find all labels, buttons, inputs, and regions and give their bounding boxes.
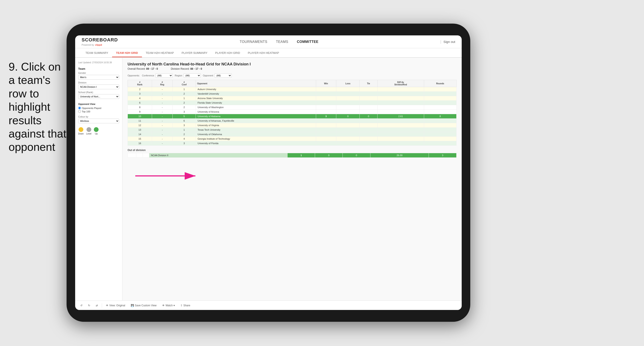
- tab-player-summary[interactable]: PLAYER SUMMARY: [178, 49, 211, 57]
- tab-team-h2h-heatmap[interactable]: TEAM H2H HEATMAP: [142, 49, 178, 57]
- cell-win: [316, 87, 336, 92]
- share-btn[interactable]: ⇧ Share: [179, 303, 192, 308]
- cell-diff: [377, 110, 424, 114]
- nav-teams[interactable]: TEAMS: [276, 40, 288, 44]
- table-row[interactable]: 6 - 2 Florida State University: [128, 101, 456, 105]
- cell-rounds: [424, 101, 456, 105]
- cell-tie: [360, 110, 377, 114]
- cell-diff: [377, 105, 424, 110]
- history-btn[interactable]: ⇄: [94, 303, 100, 308]
- table-row[interactable]: 2 - 1 Auburn University: [128, 87, 456, 92]
- cell-win: [316, 123, 336, 128]
- watch-btn[interactable]: 👁 Watch ▾: [160, 303, 176, 308]
- tab-player-h2h-grid[interactable]: PLAYER H2H GRID: [211, 49, 244, 57]
- cell-rank: 8: [128, 105, 152, 110]
- redo-btn[interactable]: ↻: [86, 303, 92, 308]
- cell-tie: [360, 128, 377, 132]
- opponent-filter: Opponent (All): [203, 73, 232, 78]
- ood-rank: [128, 153, 136, 158]
- table-row[interactable]: 3 - 2 Vanderbilt University: [128, 92, 456, 96]
- radio-top100[interactable]: Top 100: [78, 110, 119, 113]
- cell-opponent: University of Arkansas, Fayetteville: [196, 119, 316, 123]
- table-row[interactable]: 4 - 1 Arizona State University: [128, 96, 456, 101]
- cell-conf: 3: [173, 123, 196, 128]
- clippd-label: clippd: [95, 43, 102, 46]
- cell-win: [316, 132, 336, 137]
- view-icon: 👁: [106, 304, 108, 307]
- table-row[interactable]: 10 - 5 University of Alabama 3 0 0 2.61 …: [128, 114, 456, 119]
- cell-win: [316, 119, 336, 123]
- conference-select[interactable]: (All): [156, 73, 173, 78]
- cell-reg: -: [152, 123, 172, 128]
- view-original-btn[interactable]: 👁 View: Original: [104, 303, 127, 308]
- cell-conf: 2: [173, 92, 196, 96]
- cell-conf: 1: [173, 87, 196, 92]
- cell-loss: [336, 128, 360, 132]
- cell-rounds: 8: [424, 114, 456, 119]
- save-custom-view-btn[interactable]: 💾 Save Custom View: [129, 303, 158, 308]
- table-row[interactable]: 9 - 3 University of Arizona: [128, 110, 456, 114]
- ood-loss: 0: [315, 153, 343, 158]
- table-row[interactable]: 12 - 3 University of Virginia: [128, 123, 456, 128]
- instruction-body: Click on a team's row to highlight resul…: [8, 60, 66, 153]
- cell-loss: [336, 92, 360, 96]
- cell-opponent: Florida State University: [196, 101, 316, 105]
- division-select[interactable]: NCAA Division I: [78, 84, 119, 89]
- powered-by-label: Powered by: [82, 43, 94, 46]
- division-label: Division: [78, 81, 119, 84]
- nav-tournaments[interactable]: TOURNAMENTS: [240, 40, 267, 44]
- tablet-frame: SCOREBOARD Powered by clippd TOURNAMENTS…: [66, 23, 470, 322]
- out-of-division-table: NCAA Division II 1 0 0 26.00 3: [128, 153, 456, 158]
- cell-loss: 0: [336, 114, 360, 119]
- table-row[interactable]: 11 - 6 University of Arkansas, Fayettevi…: [128, 119, 456, 123]
- watch-icon: 👁: [162, 304, 165, 307]
- tab-player-h2h-heatmap[interactable]: PLAYER H2H HEATMAP: [244, 49, 283, 57]
- tab-team-summary[interactable]: TEAM SUMMARY: [82, 49, 112, 57]
- cell-reg: -: [152, 119, 172, 123]
- cell-tie: [360, 132, 377, 137]
- table-row[interactable]: 16 - 3 University of Florida: [128, 141, 456, 146]
- table-row[interactable]: 14 - 2 University of Oklahoma: [128, 132, 456, 137]
- tab-team-h2h-grid[interactable]: TEAM H2H GRID: [112, 49, 142, 57]
- cell-rank: 3: [128, 92, 152, 96]
- table-row[interactable]: 8 - 2 University of Washington: [128, 105, 456, 110]
- cell-rounds: [424, 128, 456, 132]
- cell-diff: [377, 87, 424, 92]
- cell-opponent: Georgia Institute of Technology: [196, 137, 316, 141]
- sign-out-link[interactable]: Sign out: [444, 40, 455, 43]
- cell-diff: [377, 141, 424, 146]
- cell-conf: 6: [173, 119, 196, 123]
- cell-diff: [377, 128, 424, 132]
- cell-reg: -: [152, 110, 172, 114]
- cell-win: [316, 141, 336, 146]
- region-filter: Region (All): [175, 73, 201, 78]
- top-nav: SCOREBOARD Powered by clippd TOURNAMENTS…: [75, 35, 462, 48]
- region-select[interactable]: (All): [184, 73, 201, 78]
- table-row[interactable]: 15 - 4 Georgia Institute of Technology: [128, 137, 456, 141]
- undo-btn[interactable]: ↺: [78, 303, 84, 308]
- h2h-table: #Rank #Reg #Conf Opponent Win Loss Tie D…: [128, 80, 456, 146]
- opponent-select[interactable]: (All): [214, 73, 232, 78]
- brand: SCOREBOARD Powered by clippd: [82, 37, 118, 46]
- radio-opponents-played[interactable]: Opponents Played: [78, 107, 119, 109]
- cell-loss: [336, 141, 360, 146]
- school-label: School (Rank): [78, 91, 119, 93]
- col-diff: Diff AvStrokes/Rnd: [377, 80, 424, 87]
- gender-select[interactable]: Men's: [78, 75, 119, 80]
- toolbar-divider-1: [102, 303, 102, 308]
- cell-win: [316, 110, 336, 114]
- school-select[interactable]: University of Nort...: [78, 94, 119, 99]
- cell-diff: [377, 119, 424, 123]
- table-row[interactable]: 13 - 1 Texas Tech University: [128, 128, 456, 132]
- cell-rounds: [424, 119, 456, 123]
- main-nav: TOURNAMENTS TEAMS COMMITTEE: [240, 40, 318, 44]
- cell-opponent: Arizona State University: [196, 96, 316, 101]
- colour-by-select[interactable]: Win/loss: [78, 119, 119, 123]
- brand-name: SCOREBOARD: [82, 37, 118, 43]
- cell-rank: 12: [128, 123, 152, 128]
- cell-conf: 2: [173, 105, 196, 110]
- colour-section: Colour by Win/loss: [78, 115, 119, 125]
- out-of-division-row[interactable]: NCAA Division II 1 0 0 26.00 3: [128, 153, 456, 158]
- nav-committee[interactable]: COMMITTEE: [297, 40, 319, 44]
- opponents-label: Opponents:: [128, 74, 140, 77]
